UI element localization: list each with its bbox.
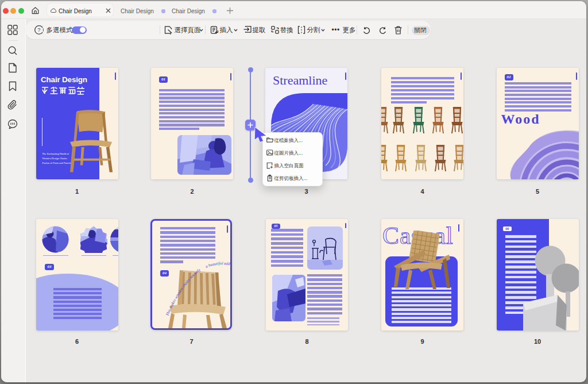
svg-text:a beautiful addition: a beautiful addition	[152, 221, 230, 269]
svg-text:This makes wooden chairs not o: This makes wooden chairs not only	[165, 267, 202, 317]
svg-text:?: ?	[37, 26, 40, 33]
